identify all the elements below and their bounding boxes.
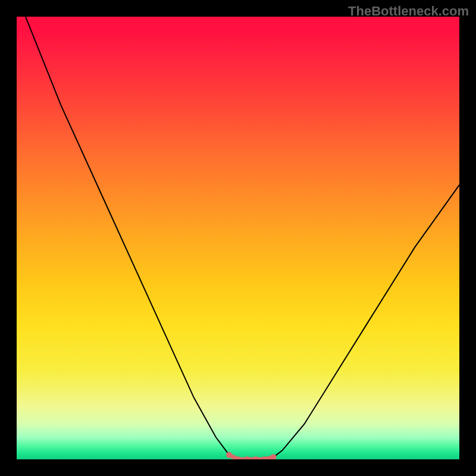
highlight-region [17,17,459,459]
svg-point-0 [226,452,232,458]
plot-area [17,17,459,459]
watermark-text: TheBottleneck.com [348,4,469,19]
svg-point-5 [271,454,277,459]
svg-point-3 [253,456,259,459]
svg-point-2 [244,456,250,459]
